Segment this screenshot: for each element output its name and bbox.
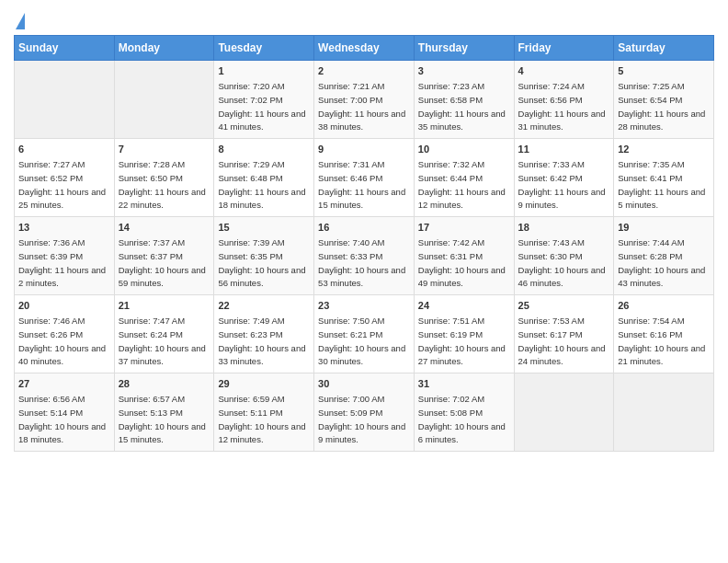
day-number: 7 [119, 143, 210, 156]
calendar-cell: 5Sunrise: 7:25 AM Sunset: 6:54 PM Daylig… [614, 61, 714, 139]
day-info: Sunrise: 7:37 AM Sunset: 6:37 PM Dayligh… [119, 237, 206, 288]
calendar-cell: 7Sunrise: 7:28 AM Sunset: 6:50 PM Daylig… [114, 139, 214, 217]
header-sunday: Sunday [15, 36, 115, 61]
day-info: Sunrise: 7:27 AM Sunset: 6:52 PM Dayligh… [18, 159, 106, 210]
calendar-cell: 23Sunrise: 7:50 AM Sunset: 6:21 PM Dayli… [314, 295, 415, 373]
day-number: 22 [218, 299, 310, 313]
day-number: 31 [418, 377, 510, 391]
day-number: 4 [518, 64, 610, 78]
day-info: Sunrise: 7:20 AM Sunset: 7:02 PM Dayligh… [218, 81, 305, 132]
header-friday: Friday [514, 36, 614, 61]
day-info: Sunrise: 6:59 AM Sunset: 5:11 PM Dayligh… [218, 394, 305, 444]
calendar-cell: 22Sunrise: 7:49 AM Sunset: 6:23 PM Dayli… [214, 295, 314, 373]
calendar-cell: 11Sunrise: 7:33 AM Sunset: 6:42 PM Dayli… [514, 139, 614, 217]
day-info: Sunrise: 7:44 AM Sunset: 6:28 PM Dayligh… [618, 237, 705, 288]
day-info: Sunrise: 7:39 AM Sunset: 6:35 PM Dayligh… [218, 237, 305, 288]
day-number: 24 [418, 299, 510, 313]
day-info: Sunrise: 7:24 AM Sunset: 6:56 PM Dayligh… [518, 81, 606, 132]
day-number: 19 [618, 221, 710, 235]
day-number: 17 [418, 221, 510, 235]
calendar-week-row: 6Sunrise: 7:27 AM Sunset: 6:52 PM Daylig… [15, 139, 714, 217]
calendar-cell: 21Sunrise: 7:47 AM Sunset: 6:24 PM Dayli… [114, 295, 214, 373]
calendar-cell [614, 373, 714, 452]
day-info: Sunrise: 7:51 AM Sunset: 6:19 PM Dayligh… [418, 316, 506, 366]
day-info: Sunrise: 7:29 AM Sunset: 6:48 PM Dayligh… [218, 159, 305, 210]
calendar-cell: 13Sunrise: 7:36 AM Sunset: 6:39 PM Dayli… [15, 217, 115, 295]
calendar-cell [514, 373, 614, 452]
calendar-cell: 20Sunrise: 7:46 AM Sunset: 6:26 PM Dayli… [15, 295, 115, 373]
calendar-cell: 6Sunrise: 7:27 AM Sunset: 6:52 PM Daylig… [15, 139, 115, 217]
calendar-cell: 15Sunrise: 7:39 AM Sunset: 6:35 PM Dayli… [214, 217, 314, 295]
day-number: 15 [218, 221, 310, 235]
calendar-week-row: 13Sunrise: 7:36 AM Sunset: 6:39 PM Dayli… [15, 217, 714, 295]
calendar-cell: 9Sunrise: 7:31 AM Sunset: 6:46 PM Daylig… [314, 139, 415, 217]
day-number: 27 [18, 377, 110, 391]
day-info: Sunrise: 7:47 AM Sunset: 6:24 PM Dayligh… [119, 316, 206, 366]
day-info: Sunrise: 7:35 AM Sunset: 6:41 PM Dayligh… [618, 159, 705, 210]
day-number: 25 [518, 299, 610, 313]
day-number: 5 [618, 64, 710, 78]
day-number: 20 [18, 299, 110, 313]
day-info: Sunrise: 7:21 AM Sunset: 7:00 PM Dayligh… [318, 81, 405, 132]
calendar-cell: 27Sunrise: 6:56 AM Sunset: 5:14 PM Dayli… [15, 373, 115, 452]
calendar-cell: 31Sunrise: 7:02 AM Sunset: 5:08 PM Dayli… [414, 373, 514, 452]
header-monday: Monday [114, 36, 214, 61]
day-info: Sunrise: 7:25 AM Sunset: 6:54 PM Dayligh… [618, 81, 705, 132]
day-info: Sunrise: 7:54 AM Sunset: 6:16 PM Dayligh… [618, 316, 705, 366]
day-info: Sunrise: 7:28 AM Sunset: 6:50 PM Dayligh… [119, 159, 206, 210]
calendar-cell: 16Sunrise: 7:40 AM Sunset: 6:33 PM Dayli… [314, 217, 415, 295]
day-number: 2 [318, 64, 410, 78]
day-number: 14 [119, 221, 210, 235]
calendar-cell: 12Sunrise: 7:35 AM Sunset: 6:41 PM Dayli… [614, 139, 714, 217]
calendar-cell: 30Sunrise: 7:00 AM Sunset: 5:09 PM Dayli… [314, 373, 415, 452]
day-info: Sunrise: 7:32 AM Sunset: 6:44 PM Dayligh… [418, 159, 506, 210]
day-number: 1 [218, 64, 310, 78]
day-info: Sunrise: 7:00 AM Sunset: 5:09 PM Dayligh… [318, 394, 405, 444]
day-number: 13 [18, 221, 110, 235]
day-info: Sunrise: 7:46 AM Sunset: 6:26 PM Dayligh… [18, 316, 106, 366]
day-info: Sunrise: 7:33 AM Sunset: 6:42 PM Dayligh… [518, 159, 606, 210]
day-info: Sunrise: 7:50 AM Sunset: 6:21 PM Dayligh… [318, 316, 405, 366]
calendar-cell: 17Sunrise: 7:42 AM Sunset: 6:31 PM Dayli… [414, 217, 514, 295]
calendar-cell: 28Sunrise: 6:57 AM Sunset: 5:13 PM Dayli… [114, 373, 214, 452]
calendar-cell: 29Sunrise: 6:59 AM Sunset: 5:11 PM Dayli… [214, 373, 314, 452]
logo-triangle-icon [16, 13, 25, 29]
calendar-week-row: 1Sunrise: 7:20 AM Sunset: 7:02 PM Daylig… [15, 61, 714, 139]
calendar-week-row: 20Sunrise: 7:46 AM Sunset: 6:26 PM Dayli… [15, 295, 714, 373]
day-info: Sunrise: 6:56 AM Sunset: 5:14 PM Dayligh… [18, 394, 106, 444]
day-number: 30 [318, 377, 410, 391]
header-tuesday: Tuesday [214, 36, 314, 61]
day-number: 26 [618, 299, 710, 313]
day-number: 10 [418, 143, 510, 156]
calendar-cell: 3Sunrise: 7:23 AM Sunset: 6:58 PM Daylig… [414, 61, 514, 139]
day-number: 28 [119, 377, 210, 391]
day-info: Sunrise: 7:23 AM Sunset: 6:58 PM Dayligh… [418, 81, 506, 132]
day-number: 8 [218, 143, 310, 156]
day-info: Sunrise: 7:31 AM Sunset: 6:46 PM Dayligh… [318, 159, 405, 210]
day-info: Sunrise: 7:02 AM Sunset: 5:08 PM Dayligh… [418, 394, 506, 444]
calendar-cell [15, 61, 115, 139]
calendar-cell: 26Sunrise: 7:54 AM Sunset: 6:16 PM Dayli… [614, 295, 714, 373]
day-number: 23 [318, 299, 410, 313]
calendar-cell [114, 61, 214, 139]
header-wednesday: Wednesday [314, 36, 415, 61]
day-number: 12 [618, 143, 710, 156]
day-number: 29 [218, 377, 310, 391]
day-info: Sunrise: 7:49 AM Sunset: 6:23 PM Dayligh… [218, 316, 305, 366]
calendar-header-row: SundayMondayTuesdayWednesdayThursdayFrid… [15, 36, 714, 61]
day-number: 16 [318, 221, 410, 235]
calendar-cell: 4Sunrise: 7:24 AM Sunset: 6:56 PM Daylig… [514, 61, 614, 139]
calendar-cell: 8Sunrise: 7:29 AM Sunset: 6:48 PM Daylig… [214, 139, 314, 217]
day-info: Sunrise: 7:42 AM Sunset: 6:31 PM Dayligh… [418, 237, 506, 288]
calendar-week-row: 27Sunrise: 6:56 AM Sunset: 5:14 PM Dayli… [15, 373, 714, 452]
calendar-cell: 25Sunrise: 7:53 AM Sunset: 6:17 PM Dayli… [514, 295, 614, 373]
header-thursday: Thursday [414, 36, 514, 61]
calendar-cell: 14Sunrise: 7:37 AM Sunset: 6:37 PM Dayli… [114, 217, 214, 295]
calendar-cell: 2Sunrise: 7:21 AM Sunset: 7:00 PM Daylig… [314, 61, 415, 139]
header-saturday: Saturday [614, 36, 714, 61]
calendar-cell: 1Sunrise: 7:20 AM Sunset: 7:02 PM Daylig… [214, 61, 314, 139]
day-info: Sunrise: 7:36 AM Sunset: 6:39 PM Dayligh… [18, 237, 106, 288]
day-info: Sunrise: 7:40 AM Sunset: 6:33 PM Dayligh… [318, 237, 405, 288]
day-number: 21 [119, 299, 210, 313]
logo [14, 13, 25, 31]
